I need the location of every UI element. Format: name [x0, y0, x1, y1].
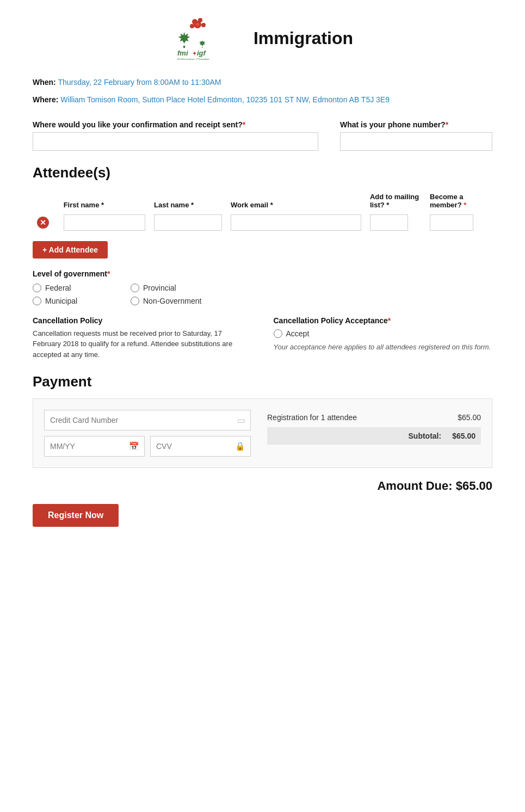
- accept-radio[interactable]: [274, 329, 282, 338]
- svg-text:✦: ✦: [192, 50, 197, 57]
- event-info: When: Thursday, 22 February from 8:00AM …: [33, 76, 492, 107]
- payment-section: Payment ▭ 📅 🔒 Registration for: [33, 373, 492, 527]
- email-cell: [226, 212, 366, 233]
- amount-due-value: $65.00: [456, 479, 492, 493]
- calendar-icon: 📅: [129, 441, 139, 451]
- subtotal-label: Subtotal:: [409, 432, 442, 440]
- member-input[interactable]: [430, 214, 473, 231]
- confirmation-group: Where would you like your confirmation a…: [33, 120, 318, 151]
- lastname-input[interactable]: [154, 214, 222, 231]
- col-remove-header: [33, 189, 59, 212]
- registration-row: Registration for 1 attendee $65.00: [267, 410, 481, 425]
- acceptance-note: Your acceptance here applies to all atte…: [274, 342, 493, 352]
- logo-image: fmi ✦ igf Edmonton Chapter: [172, 16, 237, 60]
- card-row-2: 📅 🔒: [44, 436, 251, 457]
- govt-federal-label: Federal: [45, 284, 71, 292]
- remove-cell: ✕: [33, 212, 59, 233]
- col-lastname-header: Last name *: [150, 189, 226, 212]
- col-mailing-header: Add to mailing list? *: [366, 189, 425, 212]
- svg-text:igf: igf: [197, 49, 207, 57]
- where-label: Where:: [33, 95, 58, 104]
- govt-municipal-radio[interactable]: [33, 297, 41, 305]
- govt-provincial-label: Provincial: [143, 284, 176, 292]
- policy-text: Cancellation requests must be received p…: [33, 328, 252, 360]
- acceptance-label: Cancellation Policy Acceptance*: [274, 316, 493, 325]
- phone-label: What is your phone number?*: [340, 120, 492, 129]
- payment-title: Payment: [33, 373, 492, 390]
- government-section: Level of government* Federal Provincial …: [33, 269, 492, 305]
- register-button[interactable]: Register Now: [33, 504, 119, 527]
- card-number-input[interactable]: [44, 410, 251, 430]
- phone-group: What is your phone number?*: [340, 120, 492, 151]
- attendees-title: Attendee(s): [33, 164, 492, 181]
- govt-federal-option[interactable]: Federal: [33, 284, 131, 292]
- payment-box: ▭ 📅 🔒 Registration for 1 attendee $65.00: [33, 398, 492, 468]
- government-label: Level of government*: [33, 269, 492, 278]
- mailing-input[interactable]: [370, 214, 408, 231]
- svg-text:Edmonton Chapter: Edmonton Chapter: [177, 58, 209, 60]
- govt-provincial-radio[interactable]: [131, 284, 139, 292]
- attendee-table: First name * Last name * Work email * Ad…: [33, 189, 492, 233]
- remove-attendee-button[interactable]: ✕: [37, 217, 49, 229]
- government-options: Federal Provincial Municipal Non-Governm…: [33, 284, 492, 305]
- attendees-section: Attendee(s) First name * Last name * Wor…: [33, 164, 492, 269]
- govt-nongovt-label: Non-Government: [143, 297, 201, 305]
- confirmation-input[interactable]: [33, 132, 318, 151]
- govt-municipal-label: Municipal: [45, 297, 77, 305]
- add-attendee-button[interactable]: + Add Attendee: [33, 241, 108, 259]
- policy-title: Cancellation Policy: [33, 316, 252, 325]
- firstname-cell: [59, 212, 150, 233]
- lastname-cell: [150, 212, 226, 233]
- firstname-input[interactable]: [64, 214, 145, 231]
- policy-row: Cancellation Policy Cancellation request…: [33, 316, 492, 360]
- subtotal-row: Subtotal: $65.00: [267, 427, 481, 445]
- lock-icon: 🔒: [235, 441, 245, 451]
- cancellation-acceptance: Cancellation Policy Acceptance* Accept Y…: [274, 316, 493, 360]
- card-number-wrapper: ▭: [44, 410, 251, 430]
- registration-summary: Registration for 1 attendee $65.00 Subto…: [267, 410, 481, 457]
- govt-nongovt-radio[interactable]: [131, 297, 139, 305]
- page-title: Immigration: [254, 28, 353, 48]
- registration-label: Registration for 1 attendee: [267, 413, 357, 422]
- where-value: William Tomison Room, Sutton Place Hotel…: [60, 95, 390, 104]
- card-inputs: ▭ 📅 🔒: [44, 410, 251, 457]
- govt-federal-radio[interactable]: [33, 284, 41, 292]
- when-value: Thursday, 22 February from 8:00AM to 11:…: [58, 78, 221, 87]
- phone-input[interactable]: [340, 132, 492, 151]
- table-row: ✕: [33, 212, 492, 233]
- cancellation-policy: Cancellation Policy Cancellation request…: [33, 316, 252, 360]
- logo: fmi ✦ igf Edmonton Chapter: [172, 16, 237, 60]
- accept-label: Accept: [286, 329, 310, 338]
- confirmation-label: Where would you like your confirmation a…: [33, 120, 318, 129]
- subtotal-amount: $65.00: [452, 432, 475, 440]
- card-icon: ▭: [237, 415, 245, 426]
- cvv-wrapper: 🔒: [150, 436, 251, 457]
- email-input[interactable]: [231, 214, 361, 231]
- svg-point-5: [196, 23, 199, 26]
- svg-point-3: [190, 24, 194, 28]
- when-label: When:: [33, 78, 56, 87]
- svg-text:fmi: fmi: [177, 49, 188, 57]
- registration-amount: $65.00: [458, 413, 481, 422]
- govt-municipal-option[interactable]: Municipal: [33, 297, 131, 305]
- expiry-wrapper: 📅: [44, 436, 145, 457]
- page-header: fmi ✦ igf Edmonton Chapter Immigration: [33, 11, 492, 60]
- mailing-cell: [366, 212, 425, 233]
- accept-option[interactable]: Accept: [274, 329, 493, 338]
- svg-point-2: [201, 23, 206, 27]
- member-cell: [425, 212, 492, 233]
- col-email-header: Work email *: [226, 189, 366, 212]
- amount-due: Amount Due: $65.00: [33, 479, 492, 493]
- govt-nongovt-option[interactable]: Non-Government: [131, 297, 228, 305]
- govt-provincial-option[interactable]: Provincial: [131, 284, 228, 292]
- col-member-header: Become a member? *: [425, 189, 492, 212]
- col-firstname-header: First name *: [59, 189, 150, 212]
- amount-due-label: Amount Due:: [377, 479, 452, 493]
- contact-form-row: Where would you like your confirmation a…: [33, 120, 492, 151]
